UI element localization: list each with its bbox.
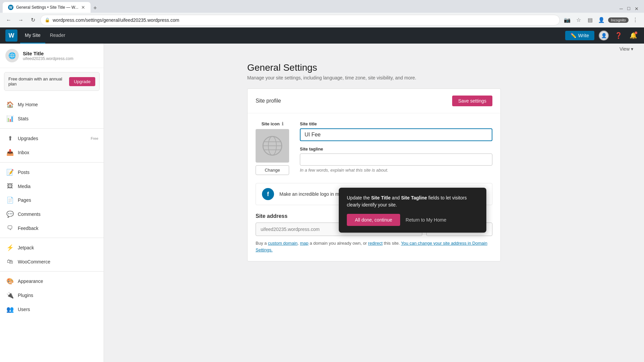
info-icon[interactable]: ℹ [282,121,283,126]
new-tab-button[interactable]: + [91,3,100,13]
pencil-icon: ✏️ [571,33,576,38]
sidebar-item-comments[interactable]: 💬 Comments [0,207,104,221]
all-done-continue-button[interactable]: All done, continue [347,214,400,226]
globe-icon [262,136,282,156]
save-settings-button[interactable]: Save settings [452,96,492,106]
form-row-title: Site icon ℹ [256,121,492,175]
map-domain-link[interactable]: map [300,241,308,246]
reload-button[interactable]: ↻ [28,15,38,25]
sidebar-item-upgrades[interactable]: ⬆ Upgrades Free [0,131,104,145]
site-icon-preview [256,129,289,163]
nav-label-plugins: Plugins [18,293,98,298]
nav-my-site[interactable]: My Site [20,27,45,44]
view-button[interactable]: View ▾ [620,46,633,52]
sidebar-divider-3 [0,238,104,238]
tooltip-text: Update the Site Title and Site Tagline f… [347,194,478,208]
sidebar: 🌐 Site Title uifeed20235.wordpress.com F… [0,44,104,362]
custom-domain-link[interactable]: custom domain [268,241,298,246]
wp-topnav: W My Site Reader ✏️ Write 👤 ❓ 🔔 [0,27,644,44]
woocommerce-icon: 🛍 [6,258,14,265]
nav-label-comments: Comments [18,212,98,217]
forward-button[interactable]: → [16,15,25,25]
sidebar-item-jetpack[interactable]: ⚡ Jetpack [0,241,104,255]
tab-close-icon[interactable]: ✕ [81,5,85,10]
sidebar-item-posts[interactable]: 📝 Posts [0,165,104,179]
settings-container: General Settings Manage your site settin… [236,54,512,269]
back-button[interactable]: ← [4,15,13,25]
nav-label-jetpack: Jetpack [18,245,98,250]
field-group-title: Site title [300,121,492,141]
sidebar-item-users[interactable]: 👥 Users [0,302,104,316]
site-icon-label-text: Site icon ℹ [261,121,283,126]
camera-icon[interactable]: 📷 [562,15,572,25]
sidebar-divider-2 [0,162,104,163]
close-icon[interactable]: ✕ [635,6,639,11]
sidebar-item-appearance[interactable]: 🎨 Appearance [0,274,104,288]
site-tagline-label: Site tagline [300,146,492,152]
chevron-down-icon: ▾ [631,46,633,52]
minimize-icon[interactable]: ─ [620,6,623,11]
menu-icon[interactable]: ⋮ [631,15,640,25]
lock-icon: 🔒 [45,17,50,22]
nav-label-upgrades: Upgrades [18,136,87,141]
avatar-circle: 👤 [599,31,609,41]
plugins-icon: 🔌 [6,292,14,299]
upgrades-icon: ⬆ [6,135,14,142]
upgrades-badge: Free [91,136,98,140]
sidebar-item-plugins[interactable]: 🔌 Plugins [0,288,104,302]
main-content: View ▾ General Settings Manage your site… [104,44,644,362]
site-profile-label: Site profile [256,98,281,104]
content-header: View ▾ [104,44,644,54]
sidebar-item-pages[interactable]: 📄 Pages [0,193,104,207]
page-title: General Settings [247,62,501,73]
inbox-icon: 📥 [6,149,14,156]
users-icon: 👥 [6,306,14,313]
nav-label-woocommerce: WooCommerce [18,259,98,264]
wp-logo: W [5,29,17,42]
address-help-text: Buy a custom domain, map a domain you al… [256,240,492,253]
site-title-input[interactable] [300,128,492,141]
site-name: Site Title [23,51,98,56]
upgrade-button[interactable]: Upgrade [69,77,95,86]
sidebar-divider-1 [0,128,104,129]
maximize-icon[interactable]: ☐ [627,6,631,11]
change-icon-button[interactable]: Change [256,165,289,175]
site-info: Site Title uifeed20235.wordpress.com [23,51,98,61]
incognito-badge: Incognito [608,17,629,23]
profile-icon[interactable]: 👤 [597,15,606,25]
nav-label-pages: Pages [18,197,98,203]
nav-label-my-home: My Home [18,102,98,107]
site-icon-section: Site icon ℹ [256,121,289,175]
site-title-label: Site title [300,121,492,126]
star-icon[interactable]: ☆ [574,15,583,25]
write-button[interactable]: ✏️ Write [565,31,594,40]
upgrade-banner: Free domain with an annual plan Upgrade [4,72,100,91]
nav-label-media: Media [18,184,98,189]
address-bar[interactable]: 🔒 wordpress.com/settings/general/uifeed2… [40,15,560,25]
help-button[interactable]: ❓ [613,30,624,41]
sidebar-item-feedback[interactable]: 🗨 Feedback [0,221,104,235]
nav-label-posts: Posts [18,170,98,175]
sidebar-item-inbox[interactable]: 📥 Inbox [0,145,104,160]
site-tagline-input[interactable] [300,154,492,166]
nav-label-users: Users [18,307,98,312]
nav-reader[interactable]: Reader [45,27,70,44]
site-header: 🌐 Site Title uifeed20235.wordpress.com [0,44,104,68]
sidebar-divider-4 [0,271,104,272]
site-url: uifeed20235.wordpress.com [23,56,98,61]
sidebar-icon[interactable]: ▤ [585,15,595,25]
sidebar-item-woocommerce[interactable]: 🛍 WooCommerce [0,255,104,268]
sidebar-item-stats[interactable]: 📊 Stats [0,112,104,126]
home-icon: 🏠 [6,101,14,108]
site-title-section: Site title Site tagline In a few words, … [300,121,492,175]
sidebar-item-my-home[interactable]: 🏠 My Home [0,98,104,112]
browser-tab[interactable]: W General Settings • Site Title — W... ✕ [3,2,91,13]
redirect-link[interactable]: redirect [368,241,382,246]
tab-favicon: W [8,5,13,10]
stats-icon: 📊 [6,115,14,122]
return-to-my-home-link[interactable]: Return to My Home [406,217,446,223]
appearance-icon: 🎨 [6,278,14,285]
sidebar-item-media[interactable]: 🖼 Media [0,179,104,193]
settings-card: Site profile Save settings Site icon ℹ [247,88,501,261]
user-avatar[interactable]: 👤 [598,30,609,41]
